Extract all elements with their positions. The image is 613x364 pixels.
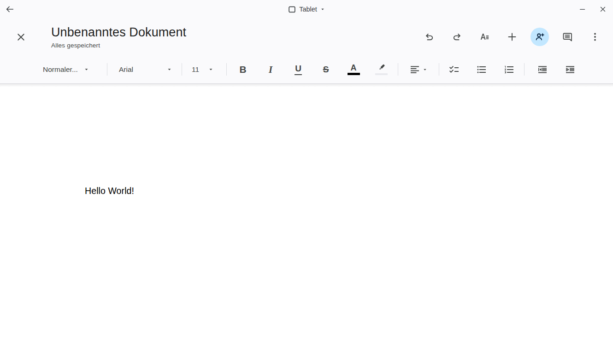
- indent-increase-button[interactable]: [556, 59, 584, 81]
- back-arrow-icon: [5, 4, 15, 14]
- document-title-block: Unbenanntes Dokument Alles gespeichert: [51, 25, 186, 49]
- plus-icon: [507, 31, 518, 42]
- formatting-toolbar: Normaler... Arial 11 B I U S A: [0, 55, 613, 83]
- text-align-button[interactable]: [398, 59, 439, 81]
- text-format-button[interactable]: [475, 28, 494, 46]
- bold-button[interactable]: B: [229, 59, 257, 81]
- toolbar-separator: [439, 63, 439, 76]
- bulleted-list-icon: [476, 64, 487, 75]
- redo-icon: [452, 32, 462, 42]
- undo-icon: [424, 32, 435, 42]
- save-status: Alles gespeichert: [51, 42, 186, 49]
- toolbar-separator: [226, 63, 227, 76]
- document-title[interactable]: Unbenanntes Dokument: [51, 25, 186, 40]
- close-icon: [16, 32, 26, 42]
- close-document-button[interactable]: [12, 28, 30, 46]
- tablet-icon: [288, 5, 296, 14]
- text-color-button[interactable]: A: [340, 59, 367, 81]
- toolbar-separator: [524, 63, 525, 76]
- back-button[interactable]: [1, 1, 18, 18]
- chevron-down-icon: [208, 66, 214, 72]
- chevron-down-icon: [83, 66, 89, 72]
- insert-button[interactable]: [503, 28, 521, 46]
- text-color-swatch: [348, 73, 360, 75]
- indent-decrease-button[interactable]: [529, 59, 556, 81]
- document-canvas[interactable]: Hello World!: [0, 84, 613, 364]
- toolbar-separator: [107, 63, 107, 76]
- minimize-button[interactable]: [574, 1, 591, 18]
- paragraph-style-label: Normaler...: [43, 65, 78, 74]
- document-header: Unbenanntes Dokument Alles gespeichert: [0, 18, 613, 55]
- toolbar-shadow: [0, 84, 613, 87]
- share-button[interactable]: [530, 28, 549, 46]
- google-docs-window: Tablet Unbenanntes Dok: [0, 0, 613, 364]
- highlight-color-button[interactable]: [367, 59, 395, 81]
- highlight-color-swatch: [375, 73, 388, 75]
- more-vert-icon: [589, 31, 601, 42]
- highlighter-icon: [377, 64, 386, 72]
- font-family-label: Arial: [119, 65, 133, 74]
- chevron-down-icon: [166, 66, 172, 72]
- checklist-button[interactable]: [440, 59, 468, 81]
- close-window-button[interactable]: [595, 1, 611, 18]
- person-add-icon: [534, 31, 545, 42]
- minimize-icon: [578, 5, 587, 13]
- text-color-glyph: A: [351, 64, 357, 72]
- italic-button[interactable]: I: [257, 59, 284, 81]
- comments-button[interactable]: [558, 28, 577, 46]
- paragraph-style-selector[interactable]: Normaler...: [37, 59, 95, 81]
- indent-decrease-icon: [537, 64, 548, 75]
- document-text[interactable]: Hello World!: [85, 186, 134, 196]
- chevron-down-icon: [422, 67, 428, 72]
- font-size-selector[interactable]: 11: [192, 59, 214, 81]
- checklist-icon: [448, 64, 460, 75]
- device-mode-label: Tablet: [299, 6, 317, 13]
- window-controls: [574, 1, 611, 18]
- indent-increase-icon: [565, 64, 576, 75]
- device-mode-selector[interactable]: Tablet: [288, 5, 325, 14]
- bulleted-list-button[interactable]: [468, 59, 495, 81]
- font-size-label: 11: [192, 65, 199, 74]
- italic-glyph: I: [269, 65, 272, 75]
- numbered-list-button[interactable]: [495, 59, 523, 81]
- window-titlebar: Tablet: [0, 0, 613, 18]
- redo-button[interactable]: [448, 28, 466, 46]
- comment-icon: [562, 31, 573, 42]
- underline-glyph: U: [295, 64, 302, 75]
- more-options-button[interactable]: [586, 28, 604, 46]
- font-family-selector[interactable]: Arial: [119, 59, 172, 81]
- numbered-list-icon: [504, 64, 515, 75]
- header-actions: [420, 28, 604, 46]
- text-format-icon: [479, 31, 490, 42]
- align-left-icon: [409, 64, 420, 75]
- chevron-down-icon: [320, 6, 325, 12]
- underline-button[interactable]: U: [284, 59, 312, 81]
- strikethrough-glyph: S: [323, 65, 329, 75]
- bold-glyph: B: [239, 65, 246, 75]
- toolbar-separator: [182, 63, 182, 76]
- close-window-icon: [599, 5, 607, 13]
- undo-button[interactable]: [420, 28, 438, 46]
- strikethrough-button[interactable]: S: [312, 59, 340, 81]
